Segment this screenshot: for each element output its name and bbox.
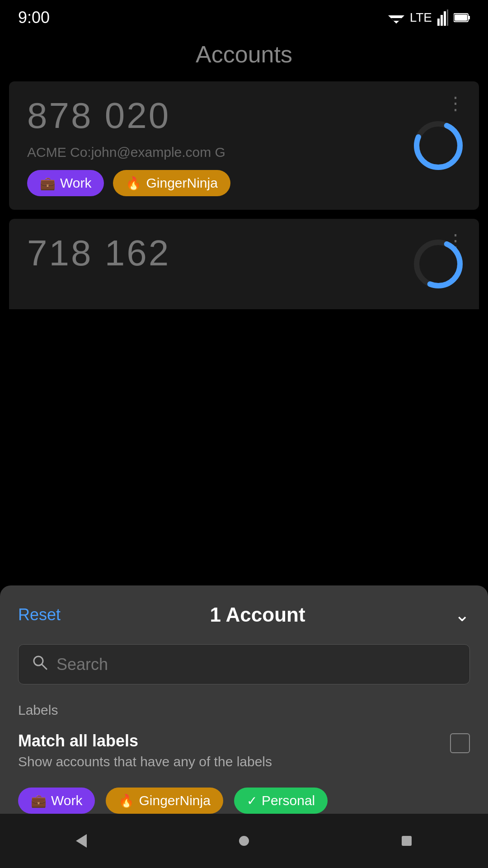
fire-icon: 🔥 [126, 176, 141, 191]
nav-bar [0, 814, 488, 868]
tag-personal-filter-label: Personal [262, 793, 315, 808]
back-icon [72, 832, 90, 850]
account-number-1: 878 020 [27, 95, 465, 137]
labels-section: Labels Match all labels Show accounts th… [0, 703, 488, 814]
match-all-checkbox[interactable] [450, 733, 470, 753]
tag-work-label: Work [60, 175, 91, 191]
home-button[interactable] [226, 823, 262, 859]
search-container [18, 644, 470, 684]
tag-gingerninja-1[interactable]: 🔥 GingerNinja [113, 170, 230, 196]
wifi-icon [388, 12, 404, 24]
svg-rect-6 [447, 9, 448, 26]
fire-filter-icon: 🔥 [118, 793, 134, 808]
match-all-label: Match all labels [18, 731, 272, 750]
tag-gingerninja-filter-label: GingerNinja [139, 793, 210, 808]
account-email-1: ACME Co:john@example.com G [27, 145, 465, 160]
svg-rect-3 [437, 19, 440, 26]
tag-gingerninja-label: GingerNinja [146, 175, 217, 191]
labels-heading: Labels [18, 703, 470, 718]
briefcase-icon: 💼 [40, 176, 56, 191]
home-icon [239, 836, 249, 846]
page-title: Accounts [0, 41, 488, 68]
svg-marker-16 [76, 834, 87, 848]
tag-personal-filter[interactable]: ✓ Personal [234, 788, 328, 814]
recents-icon [402, 836, 412, 846]
tag-work-filter[interactable]: 💼 Work [18, 788, 95, 814]
svg-line-15 [42, 665, 47, 669]
tag-work-filter-label: Work [51, 793, 82, 808]
account-card-1: ⋮ 878 020 ACME Co:john@example.com G 💼 W… [9, 81, 479, 210]
svg-rect-4 [441, 15, 443, 26]
briefcase-filter-icon: 💼 [31, 793, 47, 808]
status-icons: LTE [388, 9, 470, 26]
signal-icon [437, 9, 448, 26]
status-time: 9:00 [18, 8, 50, 27]
search-input[interactable] [56, 655, 456, 674]
match-all-desc: Show accounts that have any of the label… [18, 754, 272, 769]
account-tags-1: 💼 Work 🔥 GingerNinja [27, 170, 465, 196]
battery-icon [454, 13, 470, 23]
bottom-sheet-header: Reset 1 Account ⌄ [0, 585, 488, 640]
sheet-title: 1 Account [210, 604, 305, 626]
lte-label: LTE [410, 10, 432, 25]
match-all-text: Match all labels Show accounts that have… [18, 731, 272, 769]
donut-chart-2 [411, 237, 465, 291]
svg-rect-8 [468, 16, 470, 19]
tag-work-1[interactable]: 💼 Work [27, 170, 104, 196]
back-button[interactable] [63, 823, 99, 859]
svg-rect-9 [455, 14, 467, 21]
svg-marker-2 [394, 21, 399, 24]
svg-rect-5 [444, 11, 446, 26]
card-menu-1[interactable]: ⋮ [446, 94, 465, 112]
status-bar: 9:00 LTE [0, 0, 488, 32]
chevron-down-icon[interactable]: ⌄ [455, 604, 470, 625]
account-number-2: 718 162 [27, 232, 465, 274]
tags-grid: 💼 Work 🔥 GingerNinja ✓ Personal [18, 788, 470, 814]
check-filter-icon: ✓ [247, 793, 257, 808]
donut-chart-1 [411, 118, 465, 173]
recents-button[interactable] [389, 823, 425, 859]
match-all-row: Match all labels Show accounts that have… [18, 731, 470, 769]
search-icon [32, 655, 47, 674]
tag-gingerninja-filter[interactable]: 🔥 GingerNinja [106, 788, 223, 814]
reset-button[interactable]: Reset [18, 605, 61, 624]
account-card-2: ⋮ 718 162 [9, 219, 479, 309]
